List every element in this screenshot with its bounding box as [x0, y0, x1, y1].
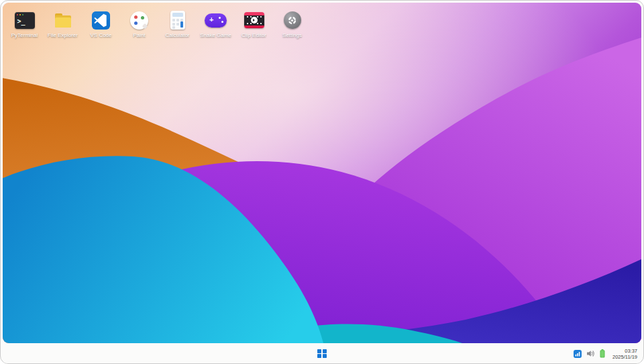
filmstrip-sprocket	[250, 16, 252, 17]
start-button[interactable]	[315, 347, 329, 361]
gamepad-button	[219, 17, 221, 19]
filmstrip-sprocket	[247, 16, 248, 17]
clock-date: 2025/11/19	[612, 354, 637, 360]
desktop-icon-settings[interactable]: Settings	[273, 7, 311, 39]
terminal-prompt-glyph: >_	[17, 17, 25, 25]
icon-label: Calculator	[165, 32, 189, 39]
desktop-icon-calculator[interactable]: Calculator	[158, 7, 197, 39]
icon-label: Paint	[133, 32, 145, 39]
calculator-key	[176, 19, 179, 21]
calculator-icon	[170, 11, 185, 30]
calculator-key	[172, 19, 175, 21]
desktop-icon-paint[interactable]: Paint	[120, 7, 158, 39]
volume-icon[interactable]	[586, 350, 595, 357]
calculator-blue-key	[180, 21, 183, 28]
icon-label: PyTerminal	[11, 32, 38, 39]
desktop-icon-vscode[interactable]: VS Code	[82, 7, 120, 39]
windows-start-icon	[317, 349, 326, 358]
desktop-icon-file-explorer[interactable]: File Explorer	[44, 7, 82, 39]
paint-blue-dot	[134, 21, 138, 25]
gamepad-button	[221, 21, 223, 23]
filmstrip-sprocket	[257, 16, 258, 17]
taskbar-clock[interactable]: 03:37 2025/11/19	[610, 348, 637, 360]
icon-label: Snake Game	[200, 32, 231, 39]
windows-logo-square	[323, 349, 327, 353]
clock-time: 03:37	[612, 348, 637, 354]
gear-icon	[284, 11, 301, 29]
screen-frame: >_ PyTerminal File Explorer	[0, 0, 644, 364]
desktop-wallpaper	[3, 3, 641, 343]
network-icon[interactable]	[574, 350, 582, 358]
icon-label: File Explorer	[48, 32, 78, 39]
folder-icon	[53, 11, 73, 30]
filmstrip-sprocket	[250, 23, 252, 24]
paint-palette-icon	[130, 11, 148, 30]
calculator-key	[172, 23, 175, 26]
taskbar: 03:37 2025/11/19	[3, 344, 641, 363]
icon-label: VS Code	[90, 32, 111, 39]
windows-logo-square	[317, 354, 321, 358]
icon-label: Clip Editor	[241, 32, 266, 39]
paint-palette-notch	[142, 23, 148, 28]
windows-logo-square	[323, 354, 327, 358]
video-clip-icon	[244, 12, 264, 28]
gamepad-icon: +	[205, 13, 227, 28]
filmstrip-sprocket	[247, 23, 248, 24]
desktop-icon-pyterminal[interactable]: >_ PyTerminal	[5, 7, 44, 39]
battery-icon[interactable]	[600, 349, 605, 358]
vscode-icon	[91, 11, 111, 30]
calculator-display	[172, 13, 183, 17]
icon-label: Settings	[282, 32, 302, 39]
calculator-key	[172, 26, 175, 29]
paint-red-dot	[134, 15, 138, 19]
windows-logo-square	[317, 349, 321, 353]
system-tray: 03:37 2025/11/19	[574, 344, 637, 363]
filmstrip-sprocket	[260, 23, 262, 24]
terminal-icon: >_	[15, 12, 35, 29]
filmstrip-sprocket	[257, 23, 258, 24]
terminal-red-dot	[17, 14, 19, 16]
desktop[interactable]: >_ PyTerminal File Explorer	[3, 3, 641, 343]
desktop-icon-row: >_ PyTerminal File Explorer	[5, 7, 311, 39]
filmstrip-sprocket	[260, 16, 262, 17]
terminal-green-dot	[22, 14, 24, 16]
gear-glyph	[287, 15, 297, 26]
paint-green-dot	[141, 16, 144, 19]
play-triangle	[253, 19, 255, 21]
calculator-key	[176, 23, 179, 26]
desktop-icon-snake-game[interactable]: + Snake Game	[197, 7, 235, 39]
gamepad-dpad-glyph: +	[209, 16, 213, 24]
terminal-yellow-dot	[19, 14, 21, 16]
desktop-icon-clip-editor[interactable]: Clip Editor	[235, 7, 273, 39]
